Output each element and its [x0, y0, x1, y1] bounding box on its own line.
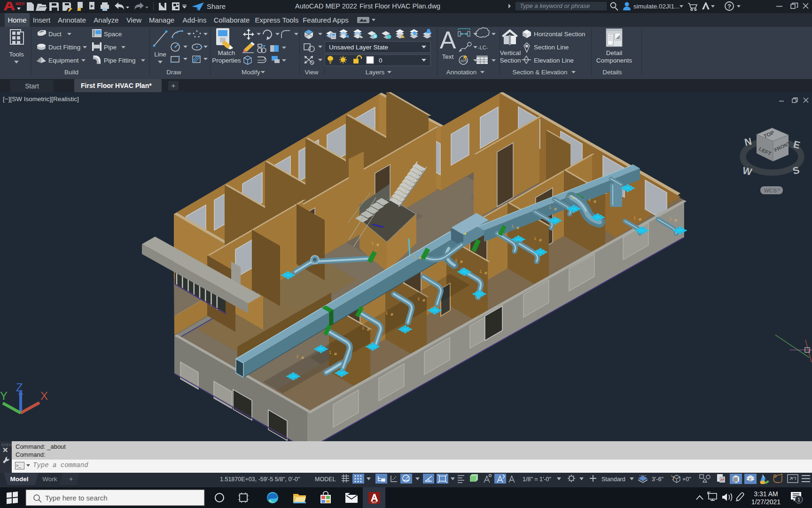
svg-text:Unsaved Layer State: Unsaved Layer State — [329, 44, 388, 51]
svg-text:1: 1 — [633, 215, 636, 220]
svg-text:1: 1 — [588, 197, 591, 202]
svg-text:Type a keyword or phrase: Type a keyword or phrase — [520, 2, 590, 9]
svg-text:MEP: MEP — [372, 501, 377, 504]
svg-text:1: 1 — [797, 497, 800, 502]
svg-text:ø: ø — [554, 206, 557, 211]
svg-text:Draw: Draw — [166, 69, 181, 76]
svg-text:W: W — [742, 165, 753, 177]
svg-text:Elevation Line: Elevation Line — [534, 57, 574, 64]
svg-text:00¼: 00¼ — [461, 59, 468, 63]
svg-text:1/8" = 1'-0": 1/8" = 1'-0" — [523, 476, 551, 483]
svg-text:ø: ø — [390, 311, 393, 317]
svg-text:Text: Text — [442, 53, 454, 60]
svg-text:-LC-: -LC- — [478, 45, 488, 50]
svg-text:ø: ø — [419, 255, 422, 260]
svg-text:ø: ø — [460, 259, 463, 264]
svg-text:Section & Elevation: Section & Elevation — [512, 69, 567, 76]
svg-text:3:31 AM: 3:31 AM — [754, 490, 778, 498]
svg-text:1: 1 — [511, 223, 514, 229]
svg-text:ø: ø — [422, 297, 425, 302]
svg-text:First Floor HVAC Plan.dwg: First Floor HVAC Plan.dwg — [359, 2, 440, 10]
svg-text:Match: Match — [218, 49, 235, 56]
svg-text:0: 0 — [379, 57, 383, 64]
svg-text:1.51870E+03, -59'-5 5/8", 0'-0: 1.51870E+03, -59'-5 5/8", 0'-0" — [220, 476, 300, 483]
svg-text:ø: ø — [301, 355, 304, 360]
svg-text:Build: Build — [64, 69, 78, 76]
svg-text:1: 1 — [385, 310, 388, 315]
svg-text:X: X — [40, 389, 48, 402]
svg-text:AutoCAD MEP 2022: AutoCAD MEP 2022 — [295, 2, 357, 10]
svg-text:Line: Line — [154, 51, 166, 58]
svg-text:Tools: Tools — [9, 51, 24, 58]
svg-text:3'-6": 3'-6" — [652, 476, 664, 483]
svg-text:1: 1 — [362, 325, 364, 330]
svg-text:Modify: Modify — [242, 69, 260, 76]
svg-text:1: 1 — [455, 257, 457, 262]
svg-text:1: 1 — [296, 353, 298, 358]
svg-text:Share: Share — [207, 2, 226, 10]
svg-text:1/27/2021: 1/27/2021 — [751, 498, 781, 506]
svg-text:simulate.02JI1...: simulate.02JI1... — [633, 3, 679, 10]
svg-text:ø: ø — [593, 198, 596, 204]
svg-text:1: 1 — [669, 216, 671, 221]
svg-text:N: N — [743, 135, 753, 148]
svg-text:Pipe Fitting: Pipe Fitting — [104, 57, 136, 64]
svg-text:1: 1 — [329, 349, 331, 355]
svg-text:Type here to search: Type here to search — [45, 494, 108, 502]
svg-text:Duct Fitting: Duct Fitting — [48, 44, 80, 51]
svg-text:Details: Details — [602, 69, 622, 76]
svg-text:Equipment: Equipment — [48, 57, 79, 64]
svg-text:MEP: MEP — [16, 1, 25, 6]
svg-text:Properties: Properties — [212, 57, 241, 64]
svg-text:View: View — [304, 69, 318, 76]
svg-text:Annotation: Annotation — [446, 69, 477, 76]
svg-text:Standard: Standard — [601, 476, 625, 483]
svg-text:ø: ø — [639, 216, 641, 222]
svg-text:?: ? — [727, 3, 731, 10]
svg-text:Section: Section — [500, 57, 521, 64]
svg-text:Components: Components — [596, 57, 632, 64]
svg-text:ø: ø — [334, 351, 337, 356]
svg-text:WCS: WCS — [764, 188, 777, 193]
svg-text:+0": +0" — [682, 476, 691, 483]
svg-text:ø: ø — [376, 242, 379, 247]
svg-text:Z: Z — [16, 381, 23, 394]
svg-text:+: + — [69, 475, 73, 483]
svg-text:Duct: Duct — [48, 31, 62, 38]
svg-text:Detail: Detail — [606, 49, 623, 56]
svg-text:1: 1 — [414, 254, 416, 259]
svg-text:A: A — [440, 27, 456, 54]
svg-text:ø: ø — [367, 326, 370, 332]
svg-text:ø: ø — [674, 217, 677, 222]
svg-text:Y: Y — [0, 389, 8, 402]
svg-text:S: S — [749, 477, 751, 482]
svg-text:Model: Model — [10, 476, 29, 483]
svg-text:ø: ø — [572, 195, 575, 200]
svg-text:1: 1 — [479, 269, 482, 274]
svg-text:ø: ø — [516, 225, 519, 230]
svg-text:1: 1 — [567, 193, 569, 198]
svg-text:Layers: Layers — [366, 69, 385, 76]
svg-text:Work: Work — [42, 476, 57, 483]
svg-text:1: 1 — [417, 296, 420, 301]
svg-text:Vertical: Vertical — [500, 49, 521, 56]
svg-text:Space: Space — [104, 31, 122, 38]
svg-text:Section Line: Section Line — [534, 44, 569, 51]
svg-text:Horizontal Section: Horizontal Section — [534, 31, 586, 38]
svg-text:Pipe: Pipe — [104, 44, 117, 51]
svg-text:ø: ø — [539, 237, 542, 242]
svg-text:MODEL: MODEL — [315, 476, 336, 483]
svg-text:ø: ø — [484, 270, 487, 275]
svg-text:1: 1 — [534, 236, 536, 241]
svg-text:1: 1 — [371, 240, 374, 246]
svg-text:1: 1 — [549, 205, 551, 210]
